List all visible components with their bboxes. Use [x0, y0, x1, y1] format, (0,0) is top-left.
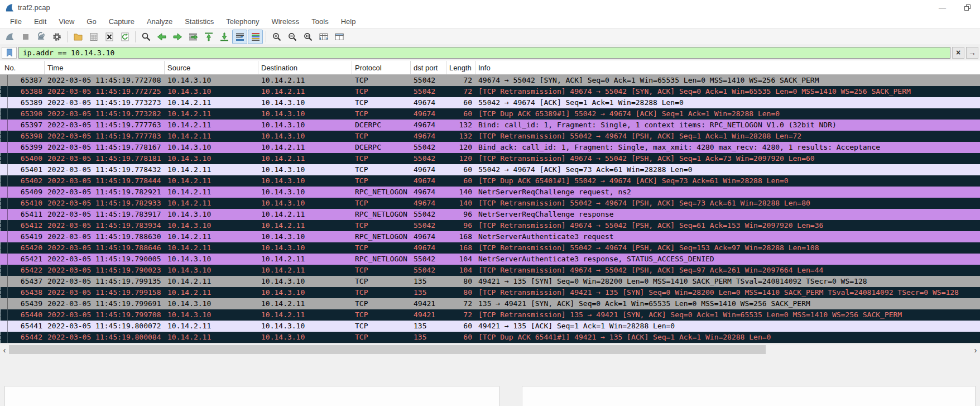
colorize-packets-toggle[interactable] [248, 30, 263, 44]
zoom-original-button[interactable] [300, 30, 315, 44]
save-file-button[interactable] [86, 30, 101, 44]
packet-row[interactable]: 65442 2022-03-05 11:45:19.800084 10.14.2… [0, 332, 980, 343]
next-packet-button[interactable] [170, 30, 185, 44]
column-header-dst-port[interactable]: dst port [411, 61, 446, 74]
cell-info: [TCP Dup ACK 65401#1] 55042 → 49674 [ACK… [475, 175, 980, 187]
menu-item[interactable]: Tools [305, 16, 334, 27]
cell-protocol: TCP [352, 175, 411, 187]
packet-row[interactable]: 65410 2022-03-05 11:45:19.782933 10.14.2… [0, 198, 980, 209]
scroll-right-arrow[interactable]: › [971, 343, 980, 356]
column-header-length[interactable]: Length [446, 61, 475, 74]
open-file-button[interactable] [70, 30, 85, 44]
menu-item[interactable]: Telephony [220, 16, 265, 27]
column-header-info[interactable]: Info [475, 61, 980, 74]
find-packet-button[interactable] [138, 30, 153, 44]
packet-row[interactable]: 65438 2022-03-05 11:45:19.799158 10.14.2… [0, 287, 980, 298]
menu-item[interactable]: Analyze [141, 16, 179, 27]
wireshark-fin-icon [5, 3, 14, 12]
stop-capture-button[interactable] [18, 30, 33, 44]
cell-time: 2022-03-05 11:45:19.790023 [45, 265, 165, 276]
packet-row[interactable]: 65439 2022-03-05 11:45:19.799691 10.14.3… [0, 298, 980, 309]
menu-item[interactable]: Wireless [265, 16, 305, 27]
packet-row[interactable]: 65421 2022-03-05 11:45:19.790005 10.14.3… [0, 254, 980, 265]
cell-destination: 10.14.3.10 [258, 231, 352, 242]
column-header-source[interactable]: Source [165, 61, 258, 74]
previous-packet-button[interactable] [154, 30, 169, 44]
reset-layout-button[interactable] [332, 30, 347, 44]
cell-info: [TCP Retransmission] 49421 → 135 [SYN] S… [475, 287, 980, 298]
packet-row[interactable]: 65409 2022-03-05 11:45:19.782921 10.14.2… [0, 187, 980, 198]
resize-columns-button[interactable] [316, 30, 331, 44]
horizontal-scrollbar[interactable]: ‹ › [0, 343, 980, 355]
menu-item[interactable]: Edit [28, 16, 52, 27]
packet-row[interactable]: 65399 2022-03-05 11:45:19.778167 10.14.3… [0, 142, 980, 153]
packet-row[interactable]: 65402 2022-03-05 11:45:19.778444 10.14.2… [0, 175, 980, 187]
menu-item[interactable]: Go [80, 16, 102, 27]
packet-row[interactable]: 65388 2022-03-05 11:45:19.772725 10.14.3… [0, 86, 980, 97]
zoom-in-button[interactable] [269, 30, 284, 44]
close-file-button[interactable] [102, 30, 117, 44]
packet-row[interactable]: 65390 2022-03-05 11:45:19.773282 10.14.2… [0, 108, 980, 120]
minimize-button[interactable]: — [930, 0, 955, 15]
gear-icon [52, 32, 62, 42]
column-header-time[interactable]: Time [45, 61, 165, 74]
column-header-destination[interactable]: Destination [258, 61, 352, 74]
packet-row[interactable]: 65401 2022-03-05 11:45:19.778432 10.14.2… [0, 164, 980, 175]
packet-row[interactable]: 65389 2022-03-05 11:45:19.773273 10.14.2… [0, 97, 980, 108]
cell-time: 2022-03-05 11:45:19.777783 [45, 131, 165, 142]
zoom-in-icon [272, 32, 282, 42]
filter-bookmark-button[interactable] [2, 47, 17, 59]
last-packet-button[interactable] [217, 30, 232, 44]
cell-no: 65389 [8, 97, 45, 108]
auto-scroll-toggle[interactable] [232, 30, 247, 44]
packet-row[interactable]: 65400 2022-03-05 11:45:19.778181 10.14.3… [0, 153, 980, 164]
cell-dst-port: 55042 [411, 209, 446, 220]
packet-row[interactable]: 65422 2022-03-05 11:45:19.790023 10.14.3… [0, 265, 980, 276]
capture-options-button[interactable] [49, 30, 64, 44]
packet-row[interactable]: 65397 2022-03-05 11:45:19.777763 10.14.2… [0, 120, 980, 131]
first-packet-button[interactable] [201, 30, 216, 44]
packet-row[interactable]: 65387 2022-03-05 11:45:19.772708 10.14.3… [0, 75, 980, 86]
packet-row[interactable]: 65411 2022-03-05 11:45:19.783917 10.14.3… [0, 209, 980, 220]
packet-details-pane[interactable] [4, 386, 499, 406]
related-packet-gutter [0, 242, 8, 254]
menu-item[interactable]: View [52, 16, 80, 27]
packet-row[interactable]: 65440 2022-03-05 11:45:19.799708 10.14.3… [0, 309, 980, 321]
packet-row[interactable]: 65441 2022-03-05 11:45:19.800072 10.14.2… [0, 321, 980, 332]
cell-source: 10.14.2.11 [165, 131, 258, 142]
cell-source: 10.14.3.10 [165, 265, 258, 276]
maximize-button[interactable] [955, 0, 980, 15]
go-to-packet-button[interactable] [185, 30, 200, 44]
cell-dst-port: 135 [411, 321, 446, 332]
packet-bytes-pane[interactable] [522, 386, 976, 406]
cell-time: 2022-03-05 11:45:19.788646 [45, 242, 165, 254]
start-capture-button[interactable] [2, 30, 17, 44]
scrollbar-thumb[interactable] [9, 345, 766, 354]
filter-apply-button[interactable]: → [966, 47, 978, 59]
related-packet-gutter [0, 298, 8, 309]
reload-file-button[interactable] [117, 30, 132, 44]
related-packet-gutter [0, 309, 8, 321]
related-packet-gutter [0, 287, 8, 298]
cell-no: 65419 [8, 231, 45, 242]
packet-row[interactable]: 65419 2022-03-05 11:45:19.788630 10.14.2… [0, 231, 980, 242]
column-header-no[interactable]: No. [0, 61, 45, 74]
filter-clear-button[interactable]: × [952, 47, 964, 59]
cell-no: 65399 [8, 142, 45, 153]
display-filter-input[interactable]: ip.addr == 10.14.3.10 [18, 47, 950, 59]
menu-item[interactable]: Capture [103, 16, 141, 27]
packet-row[interactable]: 65437 2022-03-05 11:45:19.799135 10.14.2… [0, 276, 980, 287]
cell-time: 2022-03-05 11:45:19.777763 [45, 120, 165, 131]
menu-item[interactable]: Statistics [179, 16, 220, 27]
related-packet-gutter [0, 86, 8, 97]
menu-item[interactable]: File [4, 16, 28, 27]
cell-protocol: TCP [352, 153, 411, 164]
column-header-protocol[interactable]: Protocol [352, 61, 411, 74]
packet-row[interactable]: 65420 2022-03-05 11:45:19.788646 10.14.2… [0, 242, 980, 254]
restart-capture-button[interactable] [33, 30, 49, 44]
scroll-left-arrow[interactable]: ‹ [0, 343, 9, 356]
packet-row[interactable]: 65398 2022-03-05 11:45:19.777783 10.14.2… [0, 131, 980, 142]
zoom-out-button[interactable] [285, 30, 300, 44]
menu-item[interactable]: Help [335, 16, 362, 27]
packet-row[interactable]: 65412 2022-03-05 11:45:19.783934 10.14.3… [0, 220, 980, 231]
